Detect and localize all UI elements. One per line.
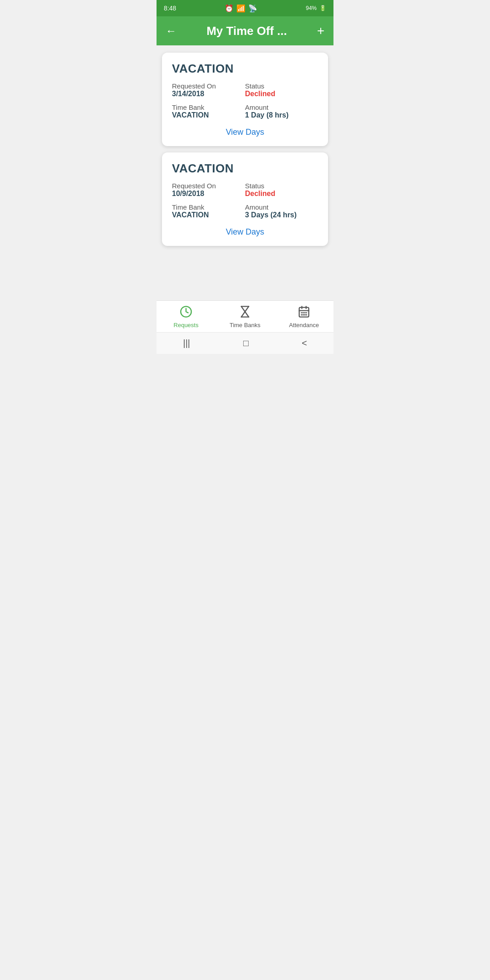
- card-1-amount-value: 1 Day (8 hrs): [245, 111, 318, 119]
- page-title: My Time Off ...: [176, 24, 317, 38]
- card-2-requested-on-value: 10/9/2018: [172, 190, 245, 198]
- app-header: ← My Time Off ... +: [157, 16, 333, 45]
- battery-icon: 🔋: [319, 5, 326, 11]
- card-1-timebank-value: VACATION: [172, 111, 245, 119]
- card-2-requested-on-label: Requested On: [172, 182, 245, 190]
- nav-attendance[interactable]: Attendance: [274, 305, 333, 328]
- card-2-timebank-col: Time Bank VACATION: [172, 203, 245, 219]
- wifi-icon: 📶: [236, 4, 245, 13]
- hourglass-icon: [239, 305, 251, 320]
- android-menu-button[interactable]: |||: [183, 338, 190, 348]
- signal-icon: 📡: [248, 4, 257, 13]
- nav-requests[interactable]: Requests: [157, 305, 216, 328]
- nav-attendance-label: Attendance: [289, 322, 319, 328]
- card-1-timebank-col: Time Bank VACATION: [172, 103, 245, 119]
- card-1-requested-on-col: Requested On 3/14/2018: [172, 82, 245, 98]
- main-content: VACATION Requested On 3/14/2018 Status D…: [157, 45, 333, 300]
- nav-requests-label: Requests: [174, 322, 199, 328]
- card-1-requested-on-label: Requested On: [172, 82, 245, 90]
- card-2-status-col: Status Declined: [245, 182, 318, 198]
- back-button[interactable]: ←: [166, 24, 176, 37]
- status-time: 8:48: [164, 5, 176, 12]
- card-2-amount-value: 3 Days (24 hrs): [245, 211, 318, 219]
- card-2-requested-on-col: Requested On 10/9/2018: [172, 182, 245, 198]
- card-2-timebank-value: VACATION: [172, 211, 245, 219]
- nav-time-banks-label: Time Banks: [230, 322, 260, 328]
- status-center-icons: ⏰ 📶 📡: [225, 4, 257, 13]
- card-2-status-value: Declined: [245, 190, 318, 198]
- status-right-icons: 94% 🔋: [306, 5, 326, 11]
- clock-icon: [180, 305, 192, 320]
- card-1-view-days-button[interactable]: View Days: [172, 126, 318, 139]
- android-back-button[interactable]: <: [302, 338, 307, 348]
- card-2-timebank-label: Time Bank: [172, 203, 245, 211]
- card-2-status-label: Status: [245, 182, 318, 190]
- card-1-status-value: Declined: [245, 90, 318, 98]
- card-1-timebank-label: Time Bank: [172, 103, 245, 111]
- calendar-icon: [298, 305, 310, 320]
- android-home-button[interactable]: □: [243, 338, 249, 348]
- card-1-type: VACATION: [172, 62, 318, 76]
- status-bar: 8:48 ⏰ 📶 📡 94% 🔋: [157, 0, 333, 16]
- card-2-amount-col: Amount 3 Days (24 hrs): [245, 203, 318, 219]
- card-1-amount-col: Amount 1 Day (8 hrs): [245, 103, 318, 119]
- card-1-grid: Requested On 3/14/2018 Status Declined T…: [172, 82, 318, 119]
- vacation-card-1: VACATION Requested On 3/14/2018 Status D…: [162, 53, 328, 146]
- card-1-requested-on-value: 3/14/2018: [172, 90, 245, 98]
- vacation-card-2: VACATION Requested On 10/9/2018 Status D…: [162, 152, 328, 246]
- android-nav-bar: ||| □ <: [157, 332, 333, 354]
- bottom-nav: Requests Time Banks: [157, 300, 333, 332]
- add-button[interactable]: +: [317, 24, 324, 38]
- card-2-grid: Requested On 10/9/2018 Status Declined T…: [172, 182, 318, 219]
- card-1-status-label: Status: [245, 82, 318, 90]
- nav-time-banks[interactable]: Time Banks: [216, 305, 274, 328]
- card-2-type: VACATION: [172, 162, 318, 176]
- card-2-amount-label: Amount: [245, 203, 318, 211]
- alarm-icon: ⏰: [225, 4, 234, 13]
- card-2-view-days-button[interactable]: View Days: [172, 225, 318, 239]
- card-1-amount-label: Amount: [245, 103, 318, 111]
- card-1-status-col: Status Declined: [245, 82, 318, 98]
- battery-percent: 94%: [306, 5, 317, 11]
